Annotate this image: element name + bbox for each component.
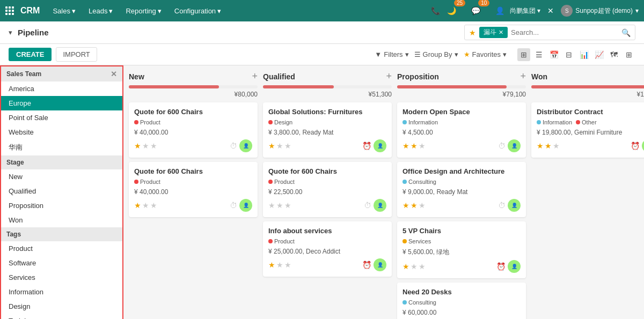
star-filled[interactable]: ★ xyxy=(134,142,141,150)
kanban-card[interactable]: Office Design and ArchitectureConsulting… xyxy=(397,162,526,217)
menu-configuration[interactable]: Configuration ▾ xyxy=(169,5,226,17)
star-empty[interactable]: ★ xyxy=(142,201,149,210)
kanban-card[interactable]: Quote for 600 ChairsProduct¥ 40,000.00★★… xyxy=(129,102,258,158)
favorites-button[interactable]: ★ Favorites ▾ xyxy=(464,50,507,58)
activity-clock-icon[interactable]: ⏰ xyxy=(631,142,640,150)
sidebar-item-proposition[interactable]: Proposition xyxy=(1,198,122,213)
star-filled[interactable]: ★ xyxy=(268,142,275,150)
sales-team-close-button[interactable]: ✕ xyxy=(111,70,117,78)
star-empty[interactable]: ★ xyxy=(553,142,560,150)
sidebar-item-tag-training[interactable]: Training xyxy=(1,314,122,319)
star-empty[interactable]: ★ xyxy=(284,261,291,269)
menu-leads[interactable]: Leads ▾ xyxy=(83,5,118,17)
kanban-card[interactable]: Distributor ContractInformation Other¥ 1… xyxy=(531,102,644,158)
company-selector[interactable]: 尚鹏集团 ▾ xyxy=(510,6,540,16)
card-stars[interactable]: ★★★ xyxy=(134,142,157,150)
search-input[interactable] xyxy=(511,28,618,36)
add-card-button[interactable]: + xyxy=(520,71,526,82)
close-icon[interactable]: ✕ xyxy=(545,5,557,17)
kanban-card[interactable]: Need 20 DesksConsulting¥ 60,000.00★★★⏰👤 xyxy=(397,283,526,319)
import-button[interactable]: IMPORT xyxy=(56,47,97,62)
star-filled[interactable]: ★ xyxy=(537,142,544,150)
sidebar-item-tag-design[interactable]: Design xyxy=(1,299,122,314)
card-stars[interactable]: ★★★ xyxy=(268,142,291,150)
star-empty[interactable]: ★ xyxy=(276,261,283,269)
star-empty[interactable]: ★ xyxy=(276,142,283,150)
group-by-button[interactable]: ☰ Group By ▾ xyxy=(414,50,458,58)
kanban-card[interactable]: Global Solutions: FurnituresDesign¥ 3,80… xyxy=(263,102,392,158)
search-tag[interactable]: 漏斗 ✕ xyxy=(479,27,508,38)
user-menu[interactable]: S Sunpop超管 (demo) ▾ xyxy=(561,5,639,17)
sidebar-item-huanan[interactable]: 华南 xyxy=(1,139,122,155)
activity-clock-icon[interactable]: ⏱ xyxy=(498,142,506,150)
sidebar-item-europe[interactable]: Europe xyxy=(1,96,122,110)
star-empty[interactable]: ★ xyxy=(150,142,157,150)
card-stars[interactable]: ★★★ xyxy=(537,142,560,150)
moon-icon[interactable]: 🌙 xyxy=(445,5,457,17)
star-filled[interactable]: ★ xyxy=(411,201,418,210)
sidebar-item-tag-services[interactable]: Services xyxy=(1,270,122,285)
activity-clock-icon[interactable]: ⏱ xyxy=(230,142,237,150)
card-stars[interactable]: ★★★ xyxy=(402,142,426,150)
kanban-card[interactable]: Quote for 600 ChairsProduct¥ 40,000.00★★… xyxy=(129,162,258,217)
card-stars[interactable]: ★★★ xyxy=(268,201,291,210)
grid-view-button[interactable]: ⊞ xyxy=(623,48,635,61)
sidebar-item-tag-information[interactable]: Information xyxy=(1,285,122,299)
add-card-button[interactable]: + xyxy=(386,71,392,82)
star-empty[interactable]: ★ xyxy=(284,142,291,150)
star-empty[interactable]: ★ xyxy=(284,201,291,210)
add-card-button[interactable]: + xyxy=(252,71,258,82)
bar-chart-view-button[interactable]: 📊 xyxy=(577,48,590,61)
activity-clock-icon[interactable]: ⏱ xyxy=(230,201,237,210)
sidebar-item-website[interactable]: Website xyxy=(1,125,122,139)
star-filled[interactable]: ★ xyxy=(134,201,141,210)
map-view-button[interactable]: 🗺 xyxy=(608,48,620,61)
star-filled[interactable]: ★ xyxy=(411,142,418,150)
sidebar-item-won[interactable]: Won xyxy=(1,213,122,227)
menu-sales[interactable]: Sales ▾ xyxy=(47,5,81,17)
star-empty[interactable]: ★ xyxy=(411,262,418,271)
activity-clock-icon[interactable]: ⏰ xyxy=(362,142,371,150)
star-empty[interactable]: ★ xyxy=(276,201,283,210)
sidebar-item-pos[interactable]: Point of Sale xyxy=(1,110,122,125)
sidebar-item-america[interactable]: America xyxy=(1,81,122,96)
menu-reporting[interactable]: Reporting ▾ xyxy=(120,5,166,17)
line-chart-view-button[interactable]: 📈 xyxy=(592,48,605,61)
card-stars[interactable]: ★★★ xyxy=(268,261,291,269)
star-filled[interactable]: ★ xyxy=(268,261,275,269)
star-empty[interactable]: ★ xyxy=(419,262,426,271)
filters-button[interactable]: ▼ Filters ▾ xyxy=(375,50,408,58)
contacts-icon[interactable]: 👤 xyxy=(494,5,506,17)
activity-clock-icon[interactable]: ⏱ xyxy=(364,201,371,210)
table-view-button[interactable]: ⊟ xyxy=(562,48,575,61)
star-filled[interactable]: ★ xyxy=(545,142,552,150)
list-view-button[interactable]: ☰ xyxy=(532,48,545,61)
kanban-card[interactable]: 5 VP ChairsServices¥ 5,600.00, 绿地★★★⏰👤 xyxy=(397,221,526,278)
star-empty[interactable]: ★ xyxy=(150,201,157,210)
sidebar-item-qualified[interactable]: Qualified xyxy=(1,184,122,198)
search-icon[interactable]: 🔍 xyxy=(621,28,631,37)
phone-icon[interactable]: 📞 xyxy=(429,5,441,17)
sidebar-item-tag-product[interactable]: Product xyxy=(1,241,122,256)
kanban-card[interactable]: Quote for 600 ChairsProduct¥ 22,500.00★★… xyxy=(263,162,392,217)
card-stars[interactable]: ★★★ xyxy=(402,262,426,271)
card-stars[interactable]: ★★★ xyxy=(134,201,157,210)
create-button[interactable]: CREATE xyxy=(9,48,52,61)
star-empty[interactable]: ★ xyxy=(419,142,426,150)
sidebar-item-new[interactable]: New xyxy=(1,169,122,184)
search-box[interactable]: ★ 漏斗 ✕ 🔍 xyxy=(464,25,635,40)
card-stars[interactable]: ★★★ xyxy=(402,201,426,210)
star-filled[interactable]: ★ xyxy=(402,142,409,150)
activity-clock-icon[interactable]: ⏰ xyxy=(362,261,371,269)
kanban-card[interactable]: Modern Open SpaceInformation¥ 4,500.00★★… xyxy=(397,102,526,158)
activity-clock-icon[interactable]: ⏰ xyxy=(496,262,506,271)
kanban-view-button[interactable]: ⊞ xyxy=(517,48,530,61)
remove-tag-button[interactable]: ✕ xyxy=(499,29,503,36)
calendar-view-button[interactable]: 📅 xyxy=(547,48,560,61)
chat-icon[interactable]: 💬 xyxy=(470,5,481,17)
star-filled[interactable]: ★ xyxy=(402,201,409,210)
star-empty[interactable]: ★ xyxy=(268,201,275,210)
star-empty[interactable]: ★ xyxy=(142,142,149,150)
star-empty[interactable]: ★ xyxy=(419,201,426,210)
star-filled[interactable]: ★ xyxy=(402,262,409,271)
